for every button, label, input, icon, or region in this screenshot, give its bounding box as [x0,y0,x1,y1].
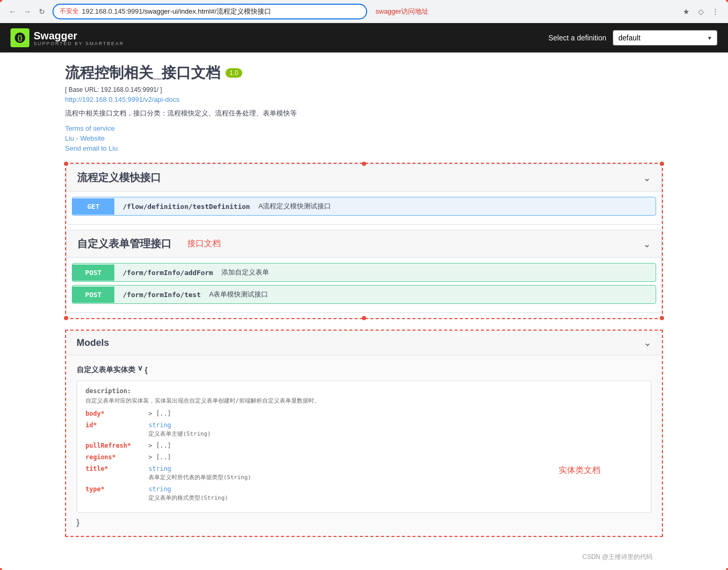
terms-of-service-link[interactable]: Terms of service [65,124,663,132]
swagger-logo-icon: {} [10,28,29,47]
section-flow-definition-body: GET /flow/definition/testDefinition A流程定… [67,192,661,224]
section-flow-definition-header[interactable]: 流程定义模快接口 ⌄ [67,164,661,192]
corner-tr [660,162,664,166]
bookmark-icon[interactable]: ★ [680,5,692,18]
models-chevron[interactable]: ⌄ [644,337,651,349]
method-badge-post-test: POST [72,287,114,303]
model-field-block-body: > [..] [148,410,171,417]
model-field-name-id: id* [85,421,148,429]
api-base-url: [ Base URL: 192.168.0.145:9991/ ] [65,86,663,93]
endpoint-desc-addform: 添加自定义表单 [221,263,269,281]
endpoint-desc-testdefinition: A流程定义模快测试接口 [259,197,331,215]
models-header[interactable]: Models ⌄ [66,331,662,355]
browser-actions: ★ ◇ ⋮ [680,5,722,18]
definition-select[interactable]: default [613,30,718,46]
back-button[interactable]: ← [6,5,19,18]
model-field-type-type: string [148,485,228,493]
models-body: 自定义表单实体类 ∨ { description: 自定义表单对应的实体装，实体… [66,355,662,536]
api-description: 流程中相关接口文档，接口分类：流程模快定义、流程任务处理、表单模快等 [65,109,663,118]
models-corner-br [726,568,728,570]
swagger-hint: swagger访问地址 [376,7,429,16]
swagger-header: {} Swagger SUPPORTED BY SMARTBEAR Select… [0,23,728,52]
model-field-body-expand[interactable]: > [..] [148,410,171,417]
model-expand-chevron[interactable]: ∨ [137,364,143,372]
endpoint-post-addform[interactable]: POST /form/formInfo/addForm 添加自定义表单 [72,263,656,282]
corner-bl [64,316,68,320]
url-suffix: /swagger-ui/index.html#/流程定义模快接口 [143,7,271,15]
model-field-pullrefresh-expand[interactable]: > [..] [148,442,171,449]
model-field-type-id: string [148,421,211,429]
models-corner-bl [0,568,2,570]
model-field-desc-type: 定义表单的格式类型(String) [148,494,228,502]
nav-buttons: ← → ↻ [6,5,48,18]
api-title: 流程控制相关_接口文档 1.0 [65,63,663,83]
swagger-logo: {} Swagger SUPPORTED BY SMARTBEAR [10,28,124,47]
sections-wrapper: 流程定义模快接口 ⌄ GET /flow/definition/testDefi… [65,163,663,319]
model-field-id: id* string 定义表单主键(String) [85,421,643,438]
model-field-block-regions: > [..] [148,453,171,461]
api-title-text: 流程控制相关_接口文档 [65,63,220,83]
api-docs-link[interactable]: http://192.168.0.145:9991/v2/api-docs [65,96,663,103]
method-badge-get: GET [72,198,114,215]
model-desc-text: 自定义表单对应的实体装，实体装出现在自定义表单创建时/前端解析自定义表单显数据时… [85,397,643,405]
endpoint-path-test: /form/formInfo/test [114,287,209,303]
model-field-name-type: type* [85,485,148,493]
model-field-name-pullrefresh: pullRefresh* [85,442,148,449]
model-field-name-title: title* [85,465,148,472]
endpoint-post-test[interactable]: POST /form/formInfo/test A表单模快测试接口 [72,285,656,304]
section-custom-form-chevron[interactable]: ⌄ [643,238,651,250]
model-field-type: type* string 定义表单的格式类型(String) [85,485,643,502]
address-bar[interactable]: 不安全 192.168.0.145:9991/swagger-ui/index.… [52,4,367,19]
model-desc-label: description: [85,387,643,395]
model-open-brace: { [145,366,147,374]
insecure-label: 不安全 [60,7,79,16]
model-field-block-type: string 定义表单的格式类型(String) [148,485,228,502]
model-field-body: body* > [..] [85,410,643,417]
version-badge: 1.0 [226,68,243,78]
model-field-name-regions: regions* [85,453,148,461]
swagger-logo-text-wrapper: Swagger SUPPORTED BY SMARTBEAR [34,30,124,46]
section-custom-form-body: POST /form/formInfo/addForm 添加自定义表单 POST… [67,258,661,312]
method-badge-post-addform: POST [72,265,114,281]
corner-tl [64,162,68,166]
corner-tm [362,162,366,166]
corner-br [660,316,664,320]
model-close-brace: } [77,518,651,527]
model-field-type-title: string [148,465,251,472]
url-text: 192.168.0.145:9991/swagger-ui/index.html… [82,7,360,16]
extensions-icon[interactable]: ◇ [694,5,707,18]
section-custom-form-header[interactable]: 自定义表单管理接口 接口文档 ⌄ [67,230,661,258]
website-link[interactable]: Liu - Website [65,134,663,142]
section-flow-definition-title: 流程定义模快接口 [77,171,161,185]
definition-select-wrapper[interactable]: default [613,30,718,46]
footer-note: CSDN @王维诗里的代码 [65,547,663,567]
model-name-text: 自定义表单实体类 [77,365,135,375]
model-field-desc-title: 表单定义时所代表的单据类型(String) [148,473,251,481]
api-links: Terms of service Liu - Website Send emai… [65,124,663,152]
svg-text:{}: {} [17,34,23,41]
section-custom-form-label: 接口文档 [187,238,221,249]
email-link[interactable]: Send email to Liu [65,144,663,152]
menu-icon[interactable]: ⋮ [709,5,722,18]
entity-label: 实体类文档 [559,465,601,476]
main-content: 流程控制相关_接口文档 1.0 [ Base URL: 192.168.0.14… [49,52,679,570]
endpoint-path-addform: /form/formInfo/addForm [114,265,221,281]
model-field-regions-expand[interactable]: > [..] [148,453,171,461]
model-field-pullrefresh: pullRefresh* > [..] [85,442,643,449]
reload-button[interactable]: ↻ [36,5,48,18]
endpoint-path-testdefinition: /flow/definition/testDefinition [114,198,259,215]
model-field-title: title* string 表单定义时所代表的单据类型(String) 实体类文… [85,465,643,481]
endpoint-get-testdefinition[interactable]: GET /flow/definition/testDefinition A流程定… [72,197,656,216]
section-flow-definition-chevron[interactable]: ⌄ [643,172,651,184]
model-field-name-body: body* [85,410,148,417]
browser-chrome: ← → ↻ 不安全 192.168.0.145:9991/swagger-ui/… [0,0,728,23]
model-field-desc-id: 定义表单主键(String) [148,430,211,438]
section-flow-definition: 流程定义模快接口 ⌄ GET /flow/definition/testDefi… [66,164,662,225]
swagger-logo-text: Swagger [34,30,77,41]
url-prefix: 192.168.0.145:9991 [82,7,143,15]
models-wrapper: Models ⌄ 自定义表单实体类 ∨ { description: 自定义表单… [65,330,663,537]
api-info-block: 流程控制相关_接口文档 1.0 [ Base URL: 192.168.0.14… [65,63,663,152]
corner-bm [362,316,366,320]
forward-button[interactable]: → [21,5,34,18]
model-field-block-id: string 定义表单主键(String) [148,421,211,438]
